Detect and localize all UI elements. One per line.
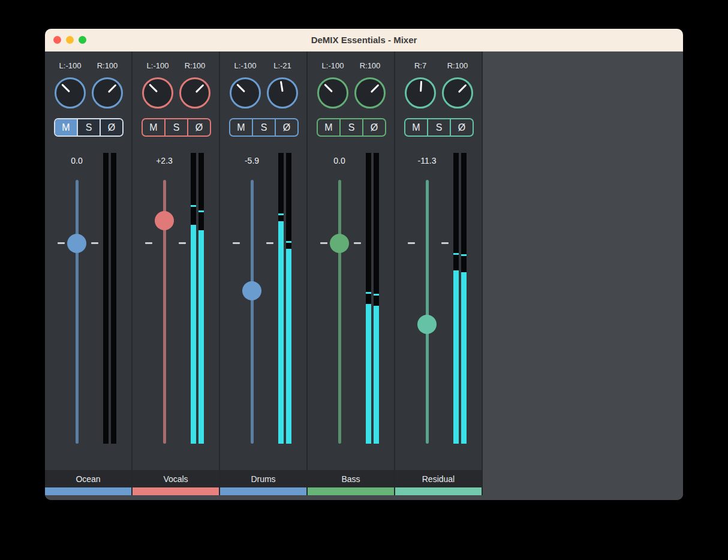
channel-strip-bass: L:-100 R:100 M S Ø 0.0 [308,52,395,495]
fader-value: +2.3 [140,155,188,166]
volume-fader-thumb[interactable] [155,211,174,230]
zero-db-tick-right [354,242,361,244]
knob-pointer [107,84,116,93]
zero-db-tick-left [233,242,240,244]
channel-button-group: M S Ø [404,118,474,137]
fader-area [395,180,483,444]
solo-button[interactable]: S [252,119,275,136]
knob-pointer [195,84,204,93]
channel-color-bar [220,487,306,495]
window-controls [53,29,86,51]
channel-button-group: M S Ø [229,118,299,137]
mute-button[interactable]: M [55,119,77,136]
meter-bar-right [198,153,204,444]
titlebar: DeMIX Essentials - Mixer [45,29,683,52]
phase-button[interactable]: Ø [450,119,473,136]
mute-button[interactable]: M [318,119,339,136]
fader-area [308,180,395,444]
meter-peak-indicator [366,292,371,294]
minimize-traffic-light[interactable] [66,36,74,44]
fader-area [133,180,220,444]
pan-right-knob[interactable] [354,77,386,109]
meter-bar-right [111,153,116,444]
pan-left-value: L:-100 [227,61,263,70]
mixer-body: L:-100 R:100 M S Ø 0.0 [45,52,683,500]
knob-pointer [458,84,467,93]
knob-pointer [149,84,158,93]
pan-right-knob[interactable] [442,77,473,109]
knob-pointer [279,81,283,92]
meter-fill [366,304,371,444]
pan-right-value: R:100 [177,61,213,70]
zero-db-tick-left [58,242,65,244]
pan-left-value: L:-100 [52,61,88,70]
channel-color-bar [395,487,482,495]
meter-bar-left [278,153,284,444]
solo-button[interactable]: S [77,119,100,136]
zero-db-tick-left [320,242,327,244]
knob-pointer [420,81,422,92]
channel-name: Vocals [133,470,219,487]
meter-peak-indicator [374,294,379,296]
channel-button-group: M S Ø [54,118,124,137]
zero-db-tick-right [179,242,186,244]
volume-fader-thumb[interactable] [242,281,261,300]
channel-strips: L:-100 R:100 M S Ø 0.0 [45,52,483,495]
knob-pointer [370,84,379,93]
mute-button[interactable]: M [230,119,252,136]
fader-value: 0.0 [53,155,101,166]
meter-peak-indicator [453,253,459,255]
volume-fader-track[interactable] [426,180,429,444]
volume-fader-track[interactable] [251,180,254,444]
level-meter [366,153,379,444]
fader-area [220,180,308,444]
phase-button[interactable]: Ø [362,119,385,136]
mute-button[interactable]: M [143,119,164,136]
pan-left-knob[interactable] [230,77,261,109]
solo-button[interactable]: S [339,119,362,136]
pan-right-knob[interactable] [267,77,298,109]
pan-left-knob[interactable] [405,77,436,109]
knob-pointer [324,84,333,93]
meter-peak-indicator [198,210,204,212]
solo-button[interactable]: S [164,119,187,136]
channel-color-bar [308,487,394,495]
volume-fader-thumb[interactable] [417,315,437,334]
meter-peak-indicator [278,213,284,215]
pan-right-value: L:-21 [264,61,300,70]
phase-button[interactable]: Ø [100,119,122,136]
volume-fader-track[interactable] [338,180,341,444]
meter-bar-right [374,153,379,444]
fader-value: 0.0 [315,155,363,166]
pan-left-knob[interactable] [142,77,173,109]
volume-fader-thumb[interactable] [330,234,349,253]
pan-right-value: R:100 [440,61,476,70]
channel-color-bar [45,487,131,495]
meter-bar-left [103,153,109,444]
level-meter [278,153,291,444]
phase-button[interactable]: Ø [187,119,210,136]
zoom-traffic-light[interactable] [79,36,86,44]
solo-button[interactable]: S [427,119,450,136]
meter-fill [286,249,291,444]
volume-fader-track[interactable] [76,180,79,444]
volume-fader-thumb[interactable] [67,234,86,253]
meter-bar-left [191,153,196,444]
zero-db-tick-right [441,242,449,244]
channel-button-group: M S Ø [142,118,211,137]
pan-left-knob[interactable] [55,77,86,109]
channel-strip-ocean: L:-100 R:100 M S Ø 0.0 [45,52,133,495]
pan-right-knob[interactable] [92,77,123,109]
mute-button[interactable]: M [405,119,427,136]
channel-strip-drums: L:-100 L:-21 M S Ø -5.9 [220,52,308,495]
meter-fill [453,270,459,444]
pan-right-knob[interactable] [179,77,210,109]
fader-area [45,180,133,444]
fader-value: -5.9 [228,155,276,166]
phase-button[interactable]: Ø [275,119,297,136]
pan-left-knob[interactable] [317,77,348,109]
close-traffic-light[interactable] [53,36,61,44]
zero-db-tick-left [145,242,152,244]
pan-labels: L:-100 R:100 [308,61,394,72]
fader-value: -11.3 [403,155,451,166]
